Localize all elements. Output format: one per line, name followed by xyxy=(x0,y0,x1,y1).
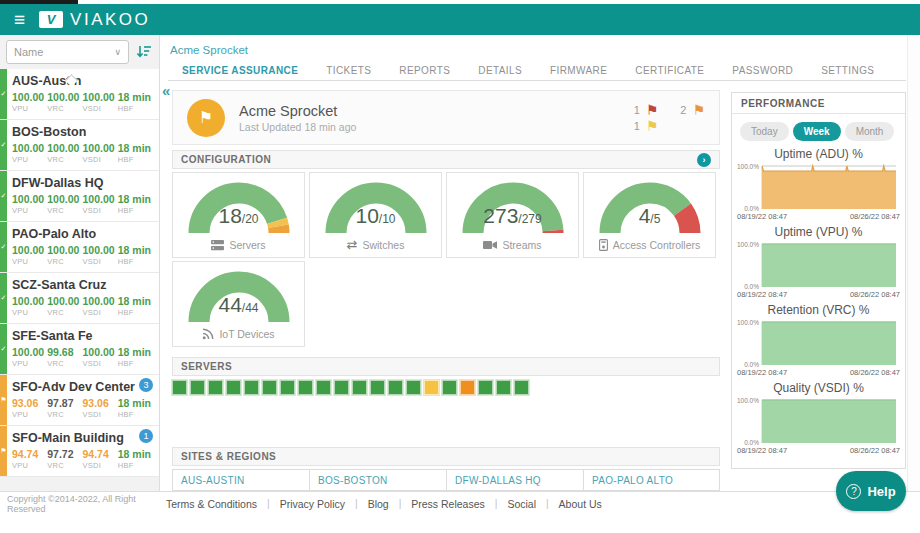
server-square-green[interactable] xyxy=(172,380,187,395)
site-list-item[interactable]: ✓ SFE-Santa Fe 100.00 VPU 99.68 VRC 100.… xyxy=(0,324,159,375)
footer-link-social[interactable]: Social xyxy=(507,498,536,510)
alert-yellow-flag[interactable]: 1 ⚑ xyxy=(634,118,659,134)
server-square-green[interactable] xyxy=(442,380,457,395)
server-square-orange[interactable] xyxy=(460,380,475,395)
server-square-green[interactable] xyxy=(244,380,259,395)
footer-link-about-us[interactable]: About Us xyxy=(559,498,602,510)
server-square-green[interactable] xyxy=(388,380,403,395)
site-metric: 18 min HBF xyxy=(118,295,153,317)
alert-count: 1 xyxy=(634,120,640,132)
gauge-streams[interactable]: 273/279 Streams xyxy=(446,172,579,258)
metric-label: VRC xyxy=(47,359,82,368)
site-list-item[interactable]: ⚑ SFO-Main Building 94.74 VPU 97.72 VRC … xyxy=(0,426,159,477)
performance-title: PERFORMANCE xyxy=(741,98,825,109)
metric-value: 100.00 xyxy=(47,91,82,103)
footer-link-privacy-policy[interactable]: Privacy Policy xyxy=(280,498,345,510)
server-square-green[interactable] xyxy=(316,380,331,395)
site-metric: 100.00 VPU xyxy=(12,193,47,215)
server-square-green[interactable] xyxy=(190,380,205,395)
svg-text:100.0%: 100.0% xyxy=(736,163,758,170)
server-square-green[interactable] xyxy=(406,380,421,395)
metric-value: 100.00 xyxy=(83,346,118,358)
x-label-end: 08/26/22 08:47 xyxy=(850,212,900,221)
metric-label: VRC xyxy=(47,257,82,266)
server-square-yellow[interactable] xyxy=(424,380,439,395)
tab-service-assurance[interactable]: SERVICE ASSURANCE xyxy=(168,61,312,80)
server-square-green[interactable] xyxy=(514,380,529,395)
metric-value: 18 min xyxy=(118,397,153,409)
site-metrics: 100.00 VPU 99.68 VRC 100.00 VSDI 18 min … xyxy=(12,346,153,368)
collapse-sidebar-icon[interactable]: « xyxy=(162,82,170,99)
sort-field-value: Name xyxy=(14,46,43,58)
metric-value: 100.00 xyxy=(47,295,82,307)
site-list-item[interactable]: ✓ PAO-Palo Alto 100.00 VPU 100.00 VRC 10… xyxy=(0,222,159,273)
site-list-item[interactable]: ⚑ SFO-Adv Dev Center 93.06 VPU 97.87 VRC… xyxy=(0,375,159,426)
tab-settings[interactable]: SETTINGS xyxy=(807,61,888,80)
site-metric: 100.00 VRC xyxy=(47,244,82,266)
server-square-green[interactable] xyxy=(208,380,223,395)
site-body: BOS-Boston 100.00 VPU 100.00 VRC 100.00 … xyxy=(0,120,159,167)
metric-value: 18 min xyxy=(118,193,153,205)
site-metric: 100.00 VRC xyxy=(47,193,82,215)
site-metric: 100.00 VSDI xyxy=(83,91,118,113)
sort-field-select[interactable]: Name ∨ xyxy=(6,40,129,64)
tab-reports[interactable]: REPORTS xyxy=(385,61,464,80)
server-square-green[interactable] xyxy=(478,380,493,395)
region-tab-aus-austin[interactable]: AUS-AUSTIN xyxy=(172,469,309,491)
site-list-item[interactable]: ✓ BOS-Boston 100.00 VPU 100.00 VRC 100.0… xyxy=(0,120,159,171)
help-button[interactable]: ? Help xyxy=(836,471,906,511)
gauge-access-controllers[interactable]: 4/5 Access Controllers xyxy=(583,172,716,258)
gauge-servers[interactable]: 18/20 Servers xyxy=(172,172,305,258)
site-metric: 18 min HBF xyxy=(118,91,153,113)
site-list-item[interactable]: ✓ AUS-Austin 100.00 VPU 100.00 VRC 100.0… xyxy=(0,69,159,120)
gauge-iot-devices[interactable]: 44/44 IoT Devices xyxy=(172,261,305,347)
server-square-green[interactable] xyxy=(262,380,277,395)
ticket-count-badge[interactable]: 1 xyxy=(139,429,153,443)
configuration-title: CONFIGURATION xyxy=(181,154,271,165)
site-body: AUS-Austin 100.00 VPU 100.00 VRC 100.00 … xyxy=(0,69,159,116)
site-list-item[interactable]: ✓ SCZ-Santa Cruz 100.00 VPU 100.00 VRC 1… xyxy=(0,273,159,324)
server-square-green[interactable] xyxy=(280,380,295,395)
ticket-count-badge[interactable]: 3 xyxy=(139,378,153,392)
footer-link-press-releases[interactable]: Press Releases xyxy=(411,498,485,510)
server-square-green[interactable] xyxy=(496,380,511,395)
menu-icon[interactable]: ≡ xyxy=(14,10,25,29)
gauge-switches[interactable]: 10/10 ⇄ Switches xyxy=(309,172,442,258)
switch-icon: ⇄ xyxy=(347,238,358,251)
metric-value: 100.00 xyxy=(47,142,82,154)
region-tab-pao-palo-alto[interactable]: PAO-PALO ALTO xyxy=(583,469,720,491)
footer-link-terms-conditions[interactable]: Terms & Conditions xyxy=(166,498,257,510)
gauge-label: ⇄ Switches xyxy=(310,238,441,251)
viakoo-logo[interactable]: V VIAKOO xyxy=(39,10,150,30)
viakoo-logo-mark-icon: V xyxy=(39,11,63,28)
alert-orange-flag[interactable]: 2 ⚑ xyxy=(680,102,705,118)
server-square-green[interactable] xyxy=(370,380,385,395)
site-body: SFO-Main Building 94.74 VPU 97.72 VRC 94… xyxy=(0,426,159,473)
site-metric: 100.00 VSDI xyxy=(83,295,118,317)
sort-icon[interactable] xyxy=(135,43,153,61)
breadcrumb[interactable]: Acme Sprocket xyxy=(170,44,248,56)
range-pill-week[interactable]: Week xyxy=(793,122,841,141)
tab-certificate[interactable]: CERTIFICATE xyxy=(621,61,718,80)
configuration-expand-icon[interactable]: › xyxy=(697,153,711,167)
range-pill-today[interactable]: Today xyxy=(740,122,789,141)
site-metric: 97.87 VRC xyxy=(47,397,82,419)
server-square-green[interactable] xyxy=(352,380,367,395)
site-list-item[interactable]: ✓ DFW-Dallas HQ 100.00 VPU 100.00 VRC 10… xyxy=(0,171,159,222)
performance-charts: Uptime (ADU) % 100.0% 0.0% 08/19/22 08:4… xyxy=(732,147,905,455)
footer-link-blog[interactable]: Blog xyxy=(368,498,389,510)
server-square-green[interactable] xyxy=(334,380,349,395)
region-tab-bos-boston[interactable]: BOS-BOSTON xyxy=(309,469,446,491)
metric-value: 100.00 xyxy=(12,193,47,205)
alert-red-flag[interactable]: 1 ⚑ xyxy=(634,102,659,118)
range-pill-month[interactable]: Month xyxy=(845,122,895,141)
region-tab-dfw-dallas-hq[interactable]: DFW-DALLAS HQ xyxy=(446,469,583,491)
server-square-green[interactable] xyxy=(298,380,313,395)
site-metric: 18 min HBF xyxy=(118,244,153,266)
tab-details[interactable]: DETAILS xyxy=(464,61,536,80)
tab-tickets[interactable]: TICKETS xyxy=(312,61,385,80)
server-square-green[interactable] xyxy=(226,380,241,395)
sites-regions-title: SITES & REGIONS xyxy=(181,451,276,462)
tab-firmware[interactable]: FIRMWARE xyxy=(536,61,621,80)
tab-password[interactable]: PASSWORD xyxy=(718,61,807,80)
